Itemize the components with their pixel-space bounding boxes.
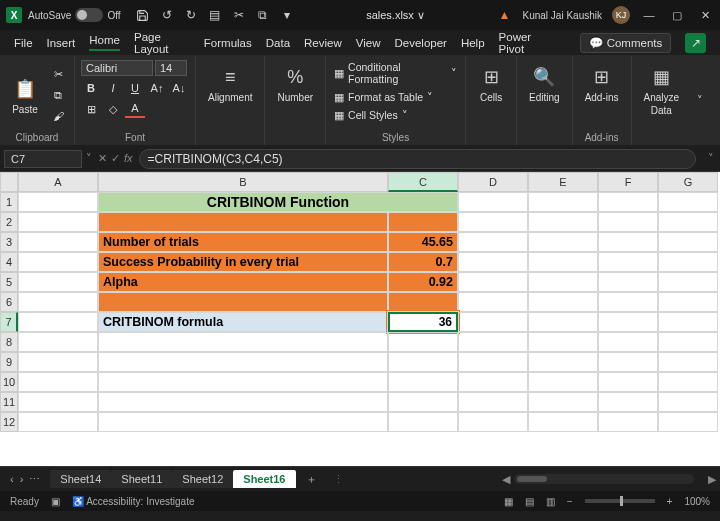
cell[interactable] [98, 352, 388, 372]
cell-b4[interactable]: Success Probability in every trial [98, 252, 388, 272]
cell[interactable] [458, 292, 528, 312]
comments-button[interactable]: 💬 Comments [580, 33, 672, 53]
scroll-right-icon[interactable]: ▶ [704, 473, 720, 486]
row-header-6[interactable]: 6 [0, 292, 18, 312]
cell-c7-selected[interactable]: 36 [388, 312, 458, 332]
cell[interactable] [458, 272, 528, 292]
menu-review[interactable]: Review [304, 37, 342, 49]
cut-icon[interactable]: ✂ [48, 65, 68, 83]
alignment-button[interactable]: ≡ Alignment [202, 60, 258, 107]
close-icon[interactable]: ✕ [696, 9, 714, 22]
cell[interactable] [458, 312, 528, 332]
cell[interactable] [528, 412, 598, 432]
tab-sheet14[interactable]: Sheet14 [50, 470, 111, 488]
cell-b5[interactable]: Alpha [98, 272, 388, 292]
cell[interactable] [98, 292, 388, 312]
fill-color-icon[interactable]: ◇ [103, 100, 123, 118]
font-name-select[interactable] [81, 60, 153, 76]
cell-styles-button[interactable]: ▦Cell Styles ˅ [332, 108, 459, 122]
cell-title[interactable]: CRITBINOM Function [98, 192, 458, 212]
cell[interactable] [18, 352, 98, 372]
undo-icon[interactable]: ↺ [159, 7, 175, 23]
cell[interactable] [458, 372, 528, 392]
cell[interactable] [528, 352, 598, 372]
cell-b7[interactable]: CRITBINOM formula [98, 312, 388, 332]
cell[interactable] [18, 372, 98, 392]
avatar[interactable]: KJ [612, 6, 630, 24]
formula-expand-icon[interactable]: ˅ [702, 152, 720, 165]
cell[interactable] [598, 272, 658, 292]
zoom-slider[interactable] [585, 499, 655, 503]
cell[interactable] [388, 392, 458, 412]
menu-file[interactable]: File [14, 37, 33, 49]
cell[interactable] [18, 272, 98, 292]
tab-prev-icon[interactable]: ‹ [10, 473, 14, 486]
cell[interactable] [18, 292, 98, 312]
cell[interactable] [598, 412, 658, 432]
cell[interactable] [388, 352, 458, 372]
cell[interactable] [18, 192, 98, 212]
italic-button[interactable]: I [103, 79, 123, 97]
cell[interactable] [658, 232, 718, 252]
maximize-icon[interactable]: ▢ [668, 9, 686, 22]
scroll-left-icon[interactable]: ◀ [498, 473, 514, 486]
cell[interactable] [528, 372, 598, 392]
cell[interactable] [598, 292, 658, 312]
cell-b3[interactable]: Number of trials [98, 232, 388, 252]
cell[interactable] [18, 252, 98, 272]
macro-record-icon[interactable]: ▣ [51, 496, 60, 507]
cell[interactable] [598, 332, 658, 352]
cell[interactable] [458, 332, 528, 352]
cell[interactable] [528, 332, 598, 352]
col-header-F[interactable]: F [598, 172, 658, 192]
menu-formulas[interactable]: Formulas [204, 37, 252, 49]
cell[interactable] [598, 252, 658, 272]
row-header-5[interactable]: 5 [0, 272, 18, 292]
cell[interactable] [18, 412, 98, 432]
cell[interactable] [18, 232, 98, 252]
document-title[interactable]: sales.xlsx ∨ [301, 9, 491, 22]
cell[interactable] [388, 212, 458, 232]
cell[interactable] [458, 352, 528, 372]
row-header-12[interactable]: 12 [0, 412, 18, 432]
cell[interactable] [658, 332, 718, 352]
cell[interactable] [458, 392, 528, 412]
cell[interactable] [658, 352, 718, 372]
scissors-icon[interactable]: ✂ [231, 7, 247, 23]
cell[interactable] [528, 232, 598, 252]
number-button[interactable]: % Number [271, 60, 319, 107]
col-header-B[interactable]: B [98, 172, 388, 192]
horizontal-scrollbar[interactable] [514, 474, 694, 484]
row-header-11[interactable]: 11 [0, 392, 18, 412]
increase-font-icon[interactable]: A↑ [147, 79, 167, 97]
cells-button[interactable]: ⊞ Cells [472, 60, 510, 107]
tab-sheet16[interactable]: Sheet16 [233, 470, 295, 488]
cell[interactable] [528, 212, 598, 232]
menu-page-layout[interactable]: Page Layout [134, 31, 190, 55]
cell[interactable] [388, 412, 458, 432]
font-size-select[interactable] [155, 60, 187, 76]
col-header-A[interactable]: A [18, 172, 98, 192]
cell[interactable] [458, 212, 528, 232]
view-page-layout-icon[interactable]: ▤ [525, 496, 534, 507]
cell[interactable] [528, 312, 598, 332]
zoom-in-icon[interactable]: + [667, 496, 673, 507]
menu-home[interactable]: Home [89, 34, 120, 51]
font-color-icon[interactable]: A [125, 100, 145, 118]
cell[interactable] [458, 252, 528, 272]
cell[interactable] [598, 392, 658, 412]
format-as-table-button[interactable]: ▦Format as Table ˅ [332, 90, 459, 104]
cell[interactable] [598, 232, 658, 252]
menu-developer[interactable]: Developer [395, 37, 447, 49]
cell-c4[interactable]: 0.7 [388, 252, 458, 272]
row-header-7[interactable]: 7 [0, 312, 18, 332]
zoom-level[interactable]: 100% [684, 496, 710, 507]
cell[interactable] [528, 292, 598, 312]
cell[interactable] [18, 312, 98, 332]
cell[interactable] [98, 372, 388, 392]
decrease-font-icon[interactable]: A↓ [169, 79, 189, 97]
cell[interactable] [598, 192, 658, 212]
addins-button[interactable]: ⊞ Add-ins [579, 60, 625, 107]
redo-icon[interactable]: ↻ [183, 7, 199, 23]
tab-sheet12[interactable]: Sheet12 [172, 470, 233, 488]
